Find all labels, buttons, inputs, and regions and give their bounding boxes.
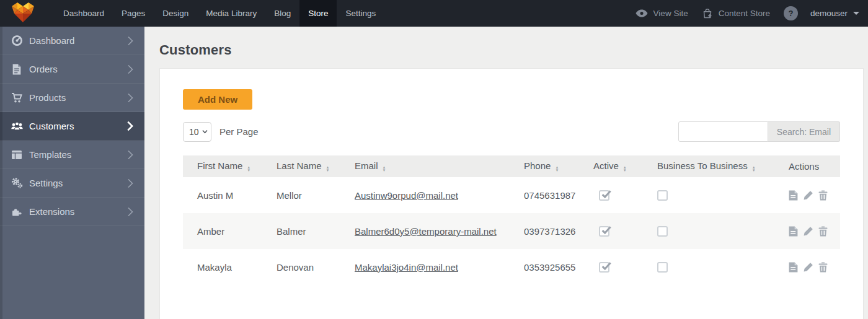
active-checkbox[interactable]	[599, 226, 609, 237]
top-nav: Dashboard Pages Design Media Library Blo…	[55, 0, 384, 27]
sidebar-item-settings[interactable]: Settings	[0, 169, 144, 198]
cell-active	[579, 177, 643, 213]
column-header-first-name[interactable]: First Name▲▼	[183, 155, 262, 177]
active-checkbox[interactable]	[599, 262, 609, 273]
file-text-icon	[789, 190, 798, 201]
column-header-active[interactable]: Active▲▼	[579, 155, 643, 177]
email-link[interactable]: Makaylai3jo4in@mail.net	[355, 262, 458, 273]
b2b-checkbox[interactable]	[657, 190, 668, 201]
store-bag-icon	[702, 8, 713, 19]
column-header-actions: Actions	[774, 155, 840, 177]
sort-icon[interactable]: ▲▼	[752, 166, 756, 172]
per-page-select-wrap: 10	[183, 122, 211, 142]
b2b-checkbox[interactable]	[657, 226, 668, 237]
view-details-button[interactable]	[789, 190, 798, 201]
view-site-label: View Site	[653, 9, 688, 18]
view-details-button[interactable]	[789, 262, 798, 273]
cell-email: Balmer6d0y5@temporary-mail.net	[340, 213, 510, 249]
content-store-button[interactable]: Content Store	[702, 8, 770, 19]
search-input[interactable]	[678, 121, 768, 142]
delete-button[interactable]	[818, 226, 828, 237]
puzzle-icon	[10, 206, 24, 217]
page-title: Customers	[159, 42, 864, 58]
b2b-checkbox[interactable]	[657, 262, 668, 273]
row-actions	[789, 226, 840, 237]
trash-icon	[818, 190, 828, 201]
sort-icon[interactable]: ▲▼	[247, 166, 250, 172]
column-header-business-to-business[interactable]: Business To Business▲▼	[643, 155, 774, 177]
view-site-button[interactable]: View Site	[636, 9, 688, 18]
column-header-email[interactable]: Email▲▼	[340, 155, 510, 177]
per-page-label: Per Page	[219, 126, 259, 137]
column-header-last-name[interactable]: Last Name▲▼	[262, 155, 340, 177]
customers-table: First Name▲▼ Last Name▲▼ Email▲▼ Phone▲▼…	[183, 155, 840, 285]
app-logo[interactable]	[0, 0, 46, 27]
top-nav-settings[interactable]: Settings	[337, 0, 384, 27]
cell-last-name: Balmer	[262, 213, 340, 249]
active-checkbox[interactable]	[599, 190, 609, 201]
user-menu[interactable]: demouser	[810, 9, 859, 18]
cell-active	[579, 249, 643, 285]
sidebar-item-label: Dashboard	[29, 35, 74, 46]
eye-icon	[636, 9, 648, 17]
top-nav-store[interactable]: Store	[299, 0, 337, 27]
file-text-icon	[789, 226, 798, 237]
pencil-icon	[803, 190, 813, 201]
column-header-phone[interactable]: Phone▲▼	[510, 155, 579, 177]
chevron-right-icon	[128, 36, 133, 46]
cell-actions	[774, 249, 840, 285]
top-nav-dashboard[interactable]: Dashboard	[55, 0, 113, 27]
edit-button[interactable]	[803, 226, 813, 237]
cell-email: Austinw9orpud@mail.net	[340, 177, 510, 213]
top-nav-blog[interactable]: Blog	[265, 0, 299, 27]
per-page-select[interactable]: 10	[183, 122, 211, 142]
table-header-row: First Name▲▼ Last Name▲▼ Email▲▼ Phone▲▼…	[183, 155, 840, 177]
top-nav-pages[interactable]: Pages	[113, 0, 154, 27]
question-mark-icon: ?	[788, 9, 793, 18]
chevron-right-icon	[127, 121, 133, 131]
trash-icon	[818, 226, 828, 237]
cell-email: Makaylai3jo4in@mail.net	[340, 249, 510, 285]
delete-button[interactable]	[818, 190, 828, 201]
sidebar-item-label: Orders	[29, 64, 58, 74]
sidebar-item-dashboard[interactable]: Dashboard	[0, 27, 144, 55]
cell-first-name: Austin M	[183, 177, 262, 213]
add-new-button[interactable]: Add New	[183, 89, 252, 110]
cell-business-to-business	[643, 213, 774, 249]
email-link[interactable]: Austinw9orpud@mail.net	[355, 190, 458, 201]
sidebar-item-customers[interactable]: Customers	[0, 112, 144, 141]
cell-actions	[774, 177, 840, 213]
cell-last-name: Mellor	[262, 177, 340, 213]
view-details-button[interactable]	[789, 226, 798, 237]
sidebar-item-extensions[interactable]: Extensions	[0, 198, 144, 226]
sidebar-item-products[interactable]: Products	[0, 84, 144, 112]
cell-active	[579, 213, 643, 249]
help-button[interactable]: ?	[784, 6, 798, 20]
search-email-button[interactable]: Search: Email	[768, 121, 840, 142]
chevron-right-icon	[128, 93, 133, 103]
table-row: Amber Balmer Balmer6d0y5@temporary-mail.…	[183, 213, 840, 249]
users-icon	[10, 121, 24, 132]
main-content: Customers Add New 10 Per Page Search: Em…	[144, 42, 868, 319]
cell-business-to-business	[643, 177, 774, 213]
gears-icon	[10, 177, 24, 189]
pencil-icon	[803, 262, 813, 273]
cell-phone: 0397371326	[510, 213, 579, 249]
top-nav-design[interactable]: Design	[154, 0, 197, 27]
sidebar-item-orders[interactable]: Orders	[0, 55, 144, 84]
sort-icon[interactable]: ▲▼	[326, 166, 330, 172]
edit-button[interactable]	[803, 190, 813, 201]
row-actions	[789, 262, 840, 273]
sort-icon[interactable]: ▲▼	[623, 166, 627, 172]
sort-icon[interactable]: ▲▼	[383, 166, 386, 172]
delete-button[interactable]	[818, 262, 828, 273]
sidebar-item-label: Templates	[29, 149, 71, 160]
sidebar-item-label: Settings	[29, 178, 63, 188]
sort-icon[interactable]: ▲▼	[555, 166, 559, 172]
edit-button[interactable]	[803, 262, 813, 273]
cell-first-name: Amber	[183, 213, 262, 249]
topbar: Dashboard Pages Design Media Library Blo…	[0, 0, 868, 27]
top-nav-media-library[interactable]: Media Library	[197, 0, 265, 27]
sidebar-item-templates[interactable]: Templates	[0, 141, 144, 169]
email-link[interactable]: Balmer6d0y5@temporary-mail.net	[355, 226, 497, 237]
